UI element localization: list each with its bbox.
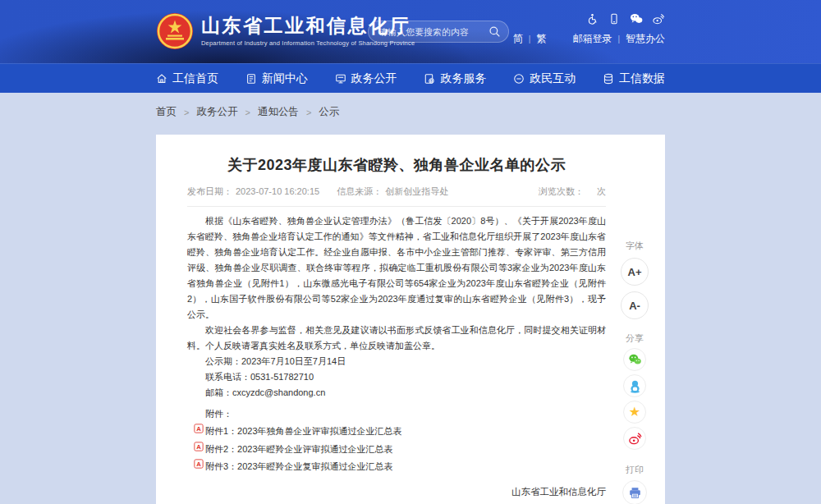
breadcrumb-separator: > xyxy=(245,108,250,117)
share-qzone-button[interactable]: ★ xyxy=(623,401,646,424)
attachment-label: 附件3：2023年瞪羚企业复审拟通过企业汇总表 xyxy=(205,458,393,476)
attachment-link[interactable]: A 附件3：2023年瞪羚企业复审拟通过企业汇总表 xyxy=(194,458,606,476)
breadcrumb-disclosure[interactable]: 政务公开 xyxy=(196,105,237,119)
print-button[interactable] xyxy=(622,480,647,504)
printer-icon xyxy=(628,486,642,500)
nav-item-label: 工信数据 xyxy=(619,71,665,86)
article-card: 关于2023年度山东省瞪羚、独角兽企业名单的公示 发布日期：2023-07-10… xyxy=(156,135,665,504)
monitor-icon xyxy=(335,73,346,85)
search-box[interactable] xyxy=(368,21,509,43)
article-meta: 发布日期：2023-07-10 16:20:15 信息来源：创新创业指导处 浏览… xyxy=(187,186,606,207)
attachments-label: 附件： xyxy=(187,405,606,423)
nav-item-label: 新闻中心 xyxy=(262,71,308,86)
divider: | xyxy=(529,34,531,44)
divider: | xyxy=(617,34,620,44)
attachment-label: 附件1：2023年独角兽企业评审拟通过企业汇总表 xyxy=(205,423,402,441)
nav-item-interaction[interactable]: 政民互动 xyxy=(513,71,576,86)
home-icon xyxy=(156,73,167,85)
nav-item-label: 政民互动 xyxy=(530,71,576,86)
font-size-label: 字体 xyxy=(626,240,644,252)
font-increase-button[interactable]: A+ xyxy=(621,258,649,286)
contact-email: 邮箱：cxcyzdc@shandong.cn xyxy=(187,385,606,401)
breadcrumb-home[interactable]: 首页 xyxy=(156,105,177,119)
nav-item-home[interactable]: 工信首页 xyxy=(156,71,218,86)
nav-item-label: 政务服务 xyxy=(440,71,486,86)
share-qq-button[interactable] xyxy=(623,374,646,397)
share-wechat-button[interactable] xyxy=(623,348,646,371)
signature-date: 2023年7月10日 xyxy=(187,501,606,504)
national-emblem-icon xyxy=(156,12,194,50)
breadcrumb: 首页 > 政务公开 > 通知公告 > 公示 xyxy=(156,105,665,119)
site-banner: 山东省工业和信息化厅 Department of Industry and In… xyxy=(0,0,821,63)
publish-date-label: 发布日期： xyxy=(187,186,232,196)
print-label: 打印 xyxy=(626,464,644,476)
news-icon xyxy=(245,73,257,85)
breadcrumb-current: 公示 xyxy=(319,105,339,119)
search-input[interactable] xyxy=(378,27,488,37)
pdf-icon: A xyxy=(194,459,204,469)
publish-date: 2023-07-10 16:20:15 xyxy=(236,186,319,196)
nav-item-label: 工信首页 xyxy=(172,71,218,86)
nav-item-label: 政务公开 xyxy=(351,71,397,86)
signature-block: 山东省工业和信息化厅 2023年7月10日 xyxy=(187,483,606,504)
accessibility-icon[interactable] xyxy=(585,13,599,25)
svg-text:A: A xyxy=(196,442,201,450)
paragraph: 欢迎社会各界参与监督，相关意见及建议请以书面形式反馈省工业和信息化厅，同时提交相… xyxy=(187,323,606,354)
publicity-period: 公示期：2023年7月10日至7月14日 xyxy=(187,354,606,369)
database-icon xyxy=(603,73,614,85)
mobile-icon[interactable] xyxy=(608,13,621,25)
views-suffix: 次 xyxy=(597,186,606,196)
page-title: 关于2023年度山东省瞪羚、独角兽企业名单的公示 xyxy=(187,154,606,176)
attachment-link[interactable]: A 附件1：2023年独角兽企业评审拟通过企业汇总表 xyxy=(194,423,606,441)
attachments-section: 附件： A 附件1：2023年独角兽企业评审拟通过企业汇总表 A 附件2：202… xyxy=(187,405,606,476)
wechat-icon[interactable] xyxy=(630,13,643,25)
svg-text:A: A xyxy=(196,460,201,468)
wechat-share-icon xyxy=(628,353,642,367)
share-label: 分享 xyxy=(626,332,644,345)
qq-share-icon xyxy=(628,379,642,393)
lang-simplified[interactable]: 简 xyxy=(513,32,523,46)
breadcrumb-separator: > xyxy=(184,108,189,117)
pdf-icon: A xyxy=(194,424,204,433)
service-doc-icon xyxy=(424,73,435,85)
nav-item-data[interactable]: 工信数据 xyxy=(603,71,665,86)
lang-traditional[interactable]: 繁 xyxy=(536,32,546,46)
search-icon[interactable] xyxy=(488,25,501,38)
pdf-icon: A xyxy=(194,442,204,451)
nav-item-disclosure[interactable]: 政务公开 xyxy=(335,71,397,86)
attachment-label: 附件2：2023年瞪羚企业评审拟通过企业汇总表 xyxy=(205,441,393,459)
weibo-icon[interactable] xyxy=(652,13,665,25)
paragraph: 根据《山东省瞪羚、独角兽企业认定管理办法》（鲁工信发〔2020〕8号）、《关于开… xyxy=(187,213,606,323)
contact-phone: 联系电话：0531-51782710 xyxy=(187,369,606,385)
nav-item-services[interactable]: 政务服务 xyxy=(424,71,486,86)
qzone-share-icon: ★ xyxy=(629,405,640,419)
nav-item-news[interactable]: 新闻中心 xyxy=(245,71,308,86)
interaction-icon xyxy=(513,73,525,85)
weibo-share-icon xyxy=(628,432,642,446)
share-weibo-button[interactable] xyxy=(623,427,646,450)
smart-office-link[interactable]: 智慧办公 xyxy=(626,32,665,46)
font-decrease-button[interactable]: A- xyxy=(621,291,649,319)
breadcrumb-notices[interactable]: 通知公告 xyxy=(258,105,299,119)
article-body: 根据《山东省瞪羚、独角兽企业认定管理办法》（鲁工信发〔2020〕8号）、《关于开… xyxy=(187,213,606,401)
svg-text:A: A xyxy=(196,425,201,433)
source-label: 信息来源： xyxy=(337,186,382,196)
breadcrumb-separator: > xyxy=(306,108,311,117)
signature-org: 山东省工业和信息化厅 xyxy=(187,483,606,501)
mail-login-link[interactable]: 邮箱登录 xyxy=(572,32,612,46)
attachment-link[interactable]: A 附件2：2023年瞪羚企业评审拟通过企业汇总表 xyxy=(194,441,606,459)
article-toolbar: 字体 A+ A- 分享 ★ xyxy=(615,240,654,504)
views-label: 浏览次数： xyxy=(539,186,584,196)
source-value: 创新创业指导处 xyxy=(385,186,448,196)
main-nav: 工信首页 新闻中心 政务公开 政务服务 政民互动 xyxy=(0,63,821,93)
